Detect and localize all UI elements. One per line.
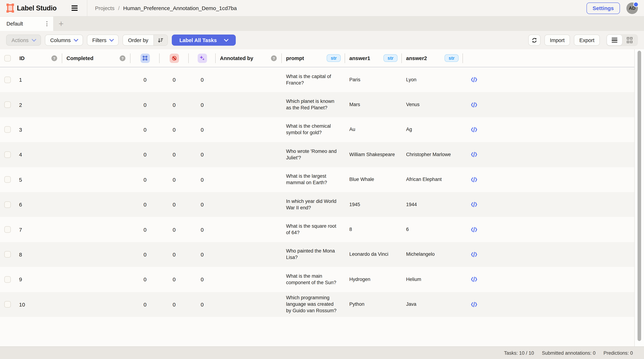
label-studio-logo[interactable]: Label Studio bbox=[6, 3, 56, 13]
header-answer2-column[interactable]: answer2 str bbox=[402, 49, 463, 67]
columns-button[interactable]: Columns bbox=[45, 35, 83, 46]
table-row[interactable]: 6000In which year did World War II end?1… bbox=[0, 192, 634, 217]
row-id: 6 bbox=[15, 201, 62, 208]
row-predictions-count: 0 bbox=[189, 276, 216, 282]
row-annotations-count: 0 bbox=[130, 102, 160, 108]
table-row[interactable]: 10000Which programming language was crea… bbox=[0, 292, 634, 317]
user-avatar[interactable]: AD bbox=[626, 2, 638, 14]
scrollbar-thumb[interactable] bbox=[638, 51, 641, 341]
help-icon[interactable]: ? bbox=[52, 55, 57, 61]
export-label: Export bbox=[579, 37, 594, 43]
row-checkbox[interactable] bbox=[4, 77, 11, 83]
header-predictions-column[interactable] bbox=[189, 49, 216, 67]
label-studio-app: Label Studio Projects / Human_Preference… bbox=[0, 0, 644, 359]
row-cancelled-count: 0 bbox=[160, 226, 189, 233]
header-prompt-column[interactable]: prompt str bbox=[282, 49, 345, 67]
tab-default[interactable]: Default bbox=[0, 17, 53, 31]
table-row[interactable]: 3000What is the chemical symbol for gold… bbox=[0, 117, 634, 142]
label-all-tasks-button[interactable]: Label All Tasks bbox=[172, 35, 236, 46]
export-button[interactable]: Export bbox=[574, 35, 600, 46]
predictions-count: Predictions: 0 bbox=[604, 350, 633, 355]
chevron-down-icon bbox=[74, 37, 78, 42]
str-type-badge: str bbox=[327, 54, 341, 62]
tab-options-kebab-icon[interactable] bbox=[45, 20, 48, 28]
row-predictions-count: 0 bbox=[189, 152, 216, 158]
table-row[interactable]: 8000Who painted the Mona Lisa?Leonardo d… bbox=[0, 242, 634, 267]
row-predictions-count: 0 bbox=[189, 77, 216, 83]
row-answer1: Mars bbox=[345, 101, 402, 108]
breadcrumb-projects-link[interactable]: Projects bbox=[95, 5, 114, 11]
submitted-annotations-count: Submitted annotations: 0 bbox=[542, 350, 596, 355]
row-checkbox[interactable] bbox=[4, 201, 11, 208]
grid-view-button[interactable] bbox=[622, 35, 637, 45]
refresh-button[interactable] bbox=[528, 35, 540, 46]
view-tabs-bar: Default + bbox=[0, 17, 644, 31]
label-all-tasks-label: Label All Tasks bbox=[179, 37, 217, 43]
actions-button[interactable]: Actions bbox=[6, 35, 41, 46]
sort-direction-button[interactable] bbox=[153, 35, 167, 45]
row-answer2: Helium bbox=[402, 276, 463, 283]
list-view-button[interactable] bbox=[607, 35, 622, 45]
row-checkbox[interactable] bbox=[4, 301, 11, 307]
row-source-button[interactable] bbox=[463, 177, 485, 182]
table-row[interactable]: 4000Who wrote 'Romeo and Juliet'?William… bbox=[0, 142, 634, 167]
header-answer1-column[interactable]: answer1 str bbox=[345, 49, 402, 67]
table-row[interactable]: 9000What is the main component of the Su… bbox=[0, 267, 634, 292]
row-source-button[interactable] bbox=[463, 202, 485, 207]
row-id: 7 bbox=[15, 226, 62, 233]
row-id: 10 bbox=[15, 301, 62, 307]
row-answer2: Ag bbox=[402, 126, 463, 133]
row-source-button[interactable] bbox=[463, 102, 485, 107]
header-annotations-column[interactable] bbox=[130, 49, 160, 67]
header-id-column[interactable]: ID ? bbox=[15, 49, 62, 67]
row-checkbox[interactable] bbox=[4, 226, 11, 233]
row-source-button[interactable] bbox=[463, 302, 485, 307]
row-checkbox[interactable] bbox=[4, 276, 11, 283]
header-select-all bbox=[0, 49, 15, 67]
chevron-down-icon bbox=[224, 37, 228, 42]
table-row[interactable]: 2000Which planet is known as the Red Pla… bbox=[0, 92, 634, 117]
table-row[interactable]: 1000What is the capital of France?ParisL… bbox=[0, 67, 634, 92]
help-icon[interactable]: ? bbox=[120, 55, 126, 61]
header-cancelled-column[interactable] bbox=[160, 49, 189, 67]
menu-hamburger-icon[interactable] bbox=[70, 4, 79, 12]
import-button[interactable]: Import bbox=[544, 35, 570, 46]
grid-view-icon bbox=[627, 37, 633, 43]
filters-button[interactable]: Filters bbox=[87, 35, 119, 46]
predictions-sparkles-icon bbox=[198, 54, 207, 63]
row-source-button[interactable] bbox=[463, 277, 485, 282]
row-answer1: Au bbox=[345, 126, 402, 133]
row-checkbox[interactable] bbox=[4, 101, 11, 108]
add-tab-button[interactable]: + bbox=[53, 17, 69, 31]
breadcrumb: Projects / Human_Preference_Annotation_D… bbox=[95, 5, 237, 11]
view-mode-toggle bbox=[606, 34, 638, 46]
order-by-button[interactable]: Order by bbox=[123, 35, 168, 46]
settings-button[interactable]: Settings bbox=[586, 2, 620, 14]
select-all-checkbox[interactable] bbox=[4, 55, 11, 61]
help-icon[interactable]: ? bbox=[271, 55, 277, 61]
row-checkbox[interactable] bbox=[4, 176, 11, 183]
header-annotated-by-column[interactable]: Annotated by ? bbox=[216, 49, 282, 67]
row-annotations-count: 0 bbox=[130, 177, 160, 183]
row-source-button[interactable] bbox=[463, 77, 485, 82]
row-checkbox[interactable] bbox=[4, 251, 11, 258]
row-id: 9 bbox=[15, 276, 62, 282]
row-predictions-count: 0 bbox=[189, 102, 216, 108]
row-checkbox[interactable] bbox=[4, 126, 11, 133]
table-row[interactable]: 7000What is the square root of 64?86 bbox=[0, 217, 634, 242]
code-icon bbox=[471, 152, 477, 157]
row-checkbox[interactable] bbox=[4, 151, 11, 158]
ban-icon bbox=[171, 55, 177, 61]
annotated-by-column-label: Annotated by bbox=[216, 55, 253, 61]
row-source-button[interactable] bbox=[463, 127, 485, 132]
code-icon bbox=[471, 277, 477, 282]
row-source-button[interactable] bbox=[463, 252, 485, 257]
table-row[interactable]: 5000What is the largest mammal on Earth?… bbox=[0, 167, 634, 192]
header-completed-column[interactable]: Completed ? bbox=[62, 49, 130, 67]
code-icon bbox=[471, 227, 477, 232]
row-id: 8 bbox=[15, 251, 62, 258]
actions-label: Actions bbox=[12, 37, 28, 43]
row-source-button[interactable] bbox=[463, 152, 485, 157]
row-source-button[interactable] bbox=[463, 227, 485, 232]
row-prompt: Which planet is known as the Red Planet? bbox=[282, 98, 345, 111]
